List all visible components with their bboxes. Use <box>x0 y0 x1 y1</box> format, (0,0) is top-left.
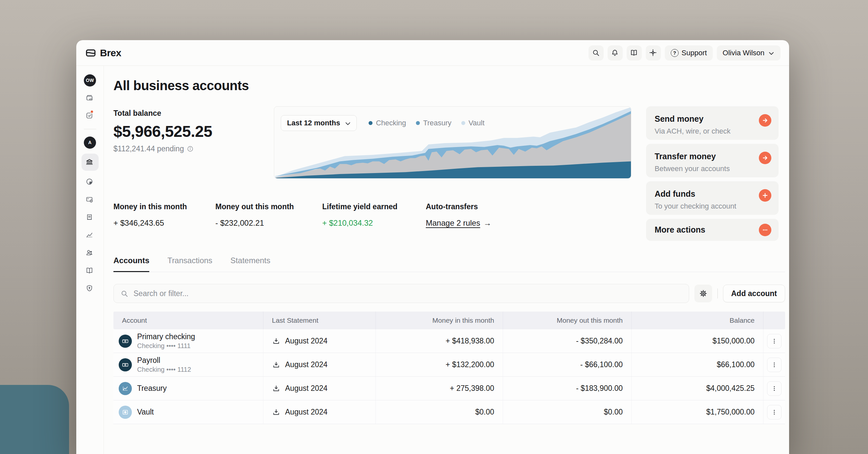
sidebar-item-org[interactable]: A <box>84 136 96 149</box>
vault-dot-icon <box>461 121 465 125</box>
account-name: Vault <box>137 407 154 417</box>
table-settings-button[interactable] <box>694 284 712 302</box>
transfer-money-card[interactable]: Transfer money Between your accounts <box>646 144 779 177</box>
action-title: Send money <box>655 114 770 124</box>
org-avatar: A <box>84 137 96 149</box>
sidebar-item-budgets[interactable] <box>86 175 94 188</box>
stat-value: - $232,002.21 <box>215 218 322 228</box>
arrow-right-icon <box>762 155 768 161</box>
money-in-cell: $0.00 <box>375 400 503 424</box>
kebab-icon <box>771 338 778 344</box>
support-button[interactable]: Support <box>665 46 713 61</box>
brand: Brex <box>86 48 121 59</box>
arrow-right-icon <box>762 117 768 124</box>
statement-label: August 2024 <box>285 337 328 345</box>
sidebar: OW A <box>76 66 104 454</box>
download-icon[interactable] <box>272 337 280 345</box>
row-menu-button[interactable] <box>767 381 781 396</box>
sidebar-item-card-issuing[interactable] <box>86 193 94 206</box>
table-row[interactable]: Vault August 2024 $0.00 $0.00 $1,750,000… <box>114 400 785 424</box>
tab-transactions[interactable]: Transactions <box>167 256 212 272</box>
legend-item-vault: Vault <box>461 119 485 127</box>
search-input[interactable] <box>133 289 682 298</box>
sidebar-item-analytics[interactable] <box>86 229 94 242</box>
download-icon[interactable] <box>272 361 280 369</box>
notifications-button[interactable] <box>608 46 623 61</box>
user-avatar: OW <box>84 74 96 87</box>
stat-label: Lifetime yield earned <box>322 202 426 211</box>
legend-item-treasury: Treasury <box>416 119 452 127</box>
table-row[interactable]: Payroll Checking •••• 1112 August 2024 +… <box>114 353 785 377</box>
sidebar-item-user[interactable]: OW <box>84 74 96 87</box>
chart-legend: Checking Treasury Vault <box>369 119 484 127</box>
table-toolbar: Add account <box>114 284 785 303</box>
sidebar-item-bills[interactable] <box>86 211 94 224</box>
sidebar-item-docs[interactable] <box>86 264 94 277</box>
account-name: Primary checking <box>137 332 195 341</box>
download-icon[interactable] <box>272 408 280 417</box>
stat-label: Money in this month <box>114 202 215 211</box>
wallet-icon <box>86 94 94 103</box>
table-header: Account Last Statement Money in this mon… <box>114 311 785 329</box>
assistant-button[interactable] <box>646 46 661 61</box>
ellipsis-icon <box>762 227 768 233</box>
tab-accounts[interactable]: Accounts <box>114 256 149 272</box>
stat-value: + $210,034.32 <box>322 218 426 228</box>
help-icon <box>671 49 679 57</box>
row-menu-button[interactable] <box>767 334 781 349</box>
sidebar-item-cards[interactable] <box>86 91 94 104</box>
account-name: Payroll <box>137 356 191 365</box>
send-money-button[interactable] <box>759 114 771 127</box>
sidebar-item-team[interactable] <box>86 246 94 260</box>
more-actions-button[interactable] <box>759 224 771 236</box>
user-menu[interactable]: Olivia Wilson <box>717 46 780 61</box>
stat-label: Auto-transfers <box>426 202 631 211</box>
stat-value: + $346,243.65 <box>114 218 215 228</box>
money-in-cell: + $418,938.00 <box>375 329 503 353</box>
balance-cell: $1,750,000.00 <box>631 400 763 424</box>
add-funds-button[interactable] <box>759 189 771 202</box>
table-row[interactable]: Treasury August 2024 + 275,398.00 - $183… <box>114 377 785 400</box>
download-icon[interactable] <box>272 384 280 393</box>
send-money-card[interactable]: Send money Via ACH, wire, or check <box>646 106 779 140</box>
app-body: OW A <box>76 66 789 454</box>
main-content: All business accounts Total balance $5,9… <box>104 66 789 454</box>
more-actions-card[interactable]: More actions <box>646 219 779 241</box>
legend-label: Vault <box>468 119 485 127</box>
action-title: Add funds <box>655 189 770 199</box>
sidebar-item-security[interactable] <box>86 282 94 295</box>
money-out-cell: - $66,100.00 <box>503 353 631 376</box>
money-in-cell: + 275,398.00 <box>375 377 503 400</box>
total-balance-block: Total balance $5,966,525.25 $112,241.44 … <box>114 106 274 179</box>
add-funds-card[interactable]: Add funds To your checking account <box>646 181 779 215</box>
add-account-button[interactable]: Add account <box>723 284 785 302</box>
brex-logo-icon <box>86 48 96 58</box>
row-menu-button[interactable] <box>767 358 781 372</box>
search-box[interactable] <box>114 284 689 303</box>
search-button[interactable] <box>589 46 603 61</box>
tabs: Accounts Transactions Statements <box>114 256 785 272</box>
date-range-dropdown[interactable]: Last 12 months <box>281 115 357 131</box>
info-icon[interactable] <box>187 145 194 152</box>
account-subtitle: Checking •••• 1111 <box>137 342 195 350</box>
bell-icon <box>611 49 619 57</box>
sidebar-item-accounts[interactable] <box>82 154 99 171</box>
receipt-icon <box>86 213 94 222</box>
row-menu-button[interactable] <box>767 405 781 420</box>
balance-cell: $150,000.00 <box>631 329 763 353</box>
people-icon <box>86 249 94 258</box>
statement-label: August 2024 <box>285 407 328 417</box>
docs-button[interactable] <box>627 46 642 61</box>
book-icon <box>86 267 94 275</box>
transfer-money-button[interactable] <box>759 152 771 164</box>
sidebar-item-tasks[interactable] <box>86 109 94 122</box>
manage-rules-link[interactable]: Manage 2 rules → <box>426 218 631 228</box>
table-row[interactable]: Primary checking Checking •••• 1111 Augu… <box>114 329 785 353</box>
user-name: Olivia Wilson <box>723 49 765 57</box>
treasury-dot-icon <box>416 121 420 125</box>
tab-statements[interactable]: Statements <box>230 256 270 272</box>
topbar-actions: Support Olivia Wilson <box>589 46 780 61</box>
search-icon <box>120 290 128 297</box>
chart-header: Last 12 months Checking <box>281 115 485 131</box>
stat-lifetime-yield: Lifetime yield earned + $210,034.32 <box>322 202 426 228</box>
